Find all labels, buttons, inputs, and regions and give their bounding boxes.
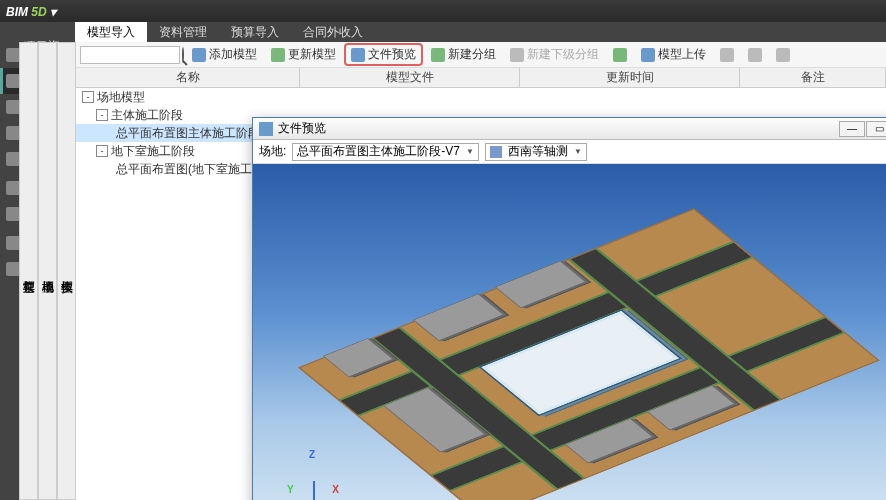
sidebar-icon <box>6 74 20 88</box>
toolbar-btn-2[interactable]: 文件预览 <box>344 43 423 66</box>
toolbar-btn-5[interactable] <box>607 43 633 66</box>
logo-text: BIM <box>6 5 31 19</box>
tree-label: 总平面布置图主体施工阶段 <box>116 125 260 142</box>
column-header-2[interactable]: 更新时间 <box>520 68 740 87</box>
preview-window: 文件预览 —▭✕ 场地: 总平面布置图主体施工阶段-V7 ▼ 西南等轴测 ▼ <box>252 117 886 500</box>
toolbar-icon <box>192 48 206 62</box>
search-icon[interactable] <box>182 48 184 62</box>
toolbar-label: 添加模型 <box>209 46 257 63</box>
toolbar-icon <box>720 48 734 62</box>
main-area: 实体模型场地模型其它模型 添加模型更新模型文件预览新建分组新建下级分组模型上传 … <box>62 42 886 500</box>
toolbar-icon <box>351 48 365 62</box>
3d-viewport[interactable]: Z X Y ▸✦⟲⊕⊖⛶ <box>253 164 886 500</box>
toolbar-btn-0[interactable]: 添加模型 <box>186 43 263 66</box>
toolbar-icon <box>748 48 762 62</box>
sidebar-icon <box>6 207 20 221</box>
search-input[interactable] <box>80 46 180 64</box>
tree-toggle-icon[interactable]: - <box>96 145 108 157</box>
tree-label: 总平面布置图(地下室施工阶 <box>116 161 264 178</box>
toolbar-label: 模型上传 <box>658 46 706 63</box>
chevron-down-icon: ▼ <box>574 147 582 156</box>
toolbar-icon <box>776 48 790 62</box>
preview-icon <box>259 122 273 136</box>
tree-label: 主体施工阶段 <box>111 107 183 124</box>
vtab-2[interactable]: 其它模型 <box>19 42 38 500</box>
menu-2[interactable]: 预算导入 <box>219 22 291 42</box>
site-model <box>301 209 878 500</box>
toolbar-label: 新建分组 <box>448 46 496 63</box>
tree-toggle-icon[interactable]: - <box>96 109 108 121</box>
toolbar-label: 文件预览 <box>368 46 416 63</box>
toolbar-btn-1[interactable]: 更新模型 <box>265 43 342 66</box>
site-dropdown[interactable]: 总平面布置图主体施工阶段-V7 ▼ <box>292 143 479 161</box>
preview-title: 文件预览 <box>278 120 326 137</box>
column-header-3[interactable]: 备注 <box>740 68 886 87</box>
app-logo: BIM 5D ▾ <box>6 4 56 19</box>
axis-gizmo[interactable]: Z X Y <box>293 461 333 500</box>
menu-0[interactable]: 模型导入 <box>75 22 147 42</box>
window-controls: —▭✕ <box>839 121 886 137</box>
toolbar-btn-7[interactable] <box>714 43 740 66</box>
vtab-0[interactable]: 实体模型 <box>57 42 76 500</box>
toolbar-label: 更新模型 <box>288 46 336 63</box>
toolbar: 添加模型更新模型文件预览新建分组新建下级分组模型上传 <box>76 42 886 68</box>
cube-icon <box>490 146 502 158</box>
vertical-tabs: 实体模型场地模型其它模型 <box>62 42 76 500</box>
sidebar-icon <box>6 181 20 195</box>
sidebar-icon <box>6 236 20 250</box>
toolbar-label: 新建下级分组 <box>527 46 599 63</box>
sidebar-icon <box>6 100 20 114</box>
column-header-1[interactable]: 模型文件 <box>300 68 520 87</box>
logo-dropdown-icon[interactable]: ▾ <box>47 5 56 19</box>
toolbar-icon <box>641 48 655 62</box>
column-header-0[interactable]: 名称 <box>76 68 300 87</box>
titlebar: BIM 5D ▾ <box>0 0 886 22</box>
field-label: 场地: <box>259 143 286 160</box>
toolbar-icon <box>271 48 285 62</box>
minimize-button[interactable]: — <box>839 121 865 137</box>
axis-y-label: Y <box>287 484 294 495</box>
toolbar-icon <box>613 48 627 62</box>
menu-3[interactable]: 合同外收入 <box>291 22 375 42</box>
toolbar-icon <box>431 48 445 62</box>
toolbar-btn-4[interactable]: 新建下级分组 <box>504 43 605 66</box>
view-dropdown[interactable]: 西南等轴测 ▼ <box>485 143 587 161</box>
toolbar-icon <box>510 48 524 62</box>
axis-z-label: Z <box>309 449 315 460</box>
toolbar-btn-6[interactable]: 模型上传 <box>635 43 712 66</box>
toolbar-btn-9[interactable] <box>770 43 796 66</box>
maximize-button[interactable]: ▭ <box>866 121 886 137</box>
preview-toolbar: 场地: 总平面布置图主体施工阶段-V7 ▼ 西南等轴测 ▼ <box>253 140 886 164</box>
vtab-1[interactable]: 场地模型 <box>38 42 57 500</box>
tree-node-0[interactable]: -场地模型 <box>76 88 286 106</box>
column-headers: 名称模型文件更新时间备注 <box>76 68 886 88</box>
preview-titlebar[interactable]: 文件预览 —▭✕ <box>253 118 886 140</box>
sidebar-icon <box>6 152 20 166</box>
axis-x-label: X <box>332 484 339 495</box>
menubar: 模型导入资料管理预算导入合同外收入 <box>0 22 886 42</box>
menu-1[interactable]: 资料管理 <box>147 22 219 42</box>
tree-label: 地下室施工阶段 <box>111 143 195 160</box>
sidebar-icon <box>6 48 20 62</box>
tree-toggle-icon[interactable]: - <box>82 91 94 103</box>
tree-label: 场地模型 <box>97 89 145 106</box>
toolbar-btn-8[interactable] <box>742 43 768 66</box>
sidebar-icon <box>6 126 20 140</box>
chevron-down-icon: ▼ <box>466 147 474 156</box>
logo-5d: 5D <box>31 5 46 19</box>
toolbar-btn-3[interactable]: 新建分组 <box>425 43 502 66</box>
view-value: 西南等轴测 <box>508 143 568 160</box>
dropdown-value: 总平面布置图主体施工阶段-V7 <box>297 143 460 160</box>
sidebar-icon <box>6 262 20 276</box>
